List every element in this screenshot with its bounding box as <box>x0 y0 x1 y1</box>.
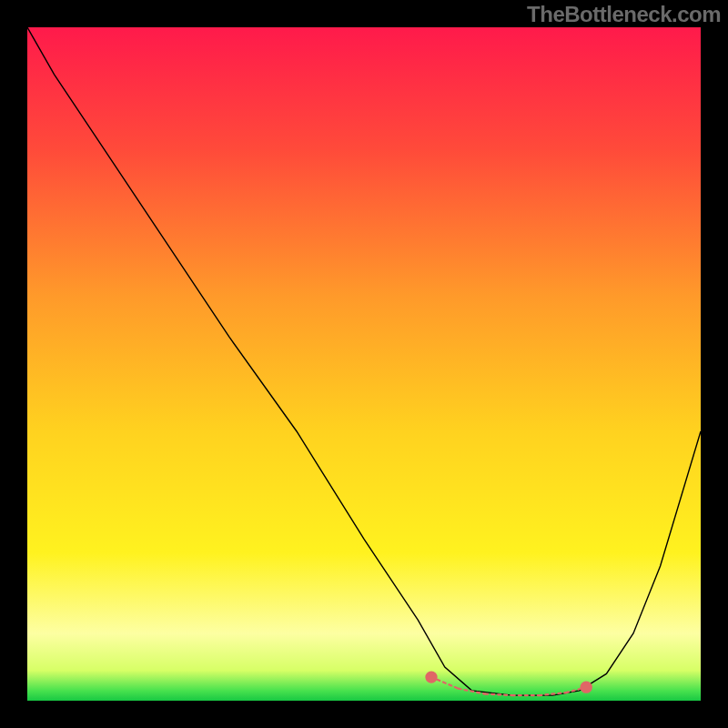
bottleneck-chart <box>27 27 701 701</box>
plot-background <box>27 27 701 701</box>
watermark-text: TheBottleneck.com <box>527 2 721 27</box>
chart-container: TheBottleneck.com <box>0 0 728 728</box>
valley-highlight-endpoint <box>425 671 437 682</box>
valley-highlight-endpoint <box>581 682 592 693</box>
